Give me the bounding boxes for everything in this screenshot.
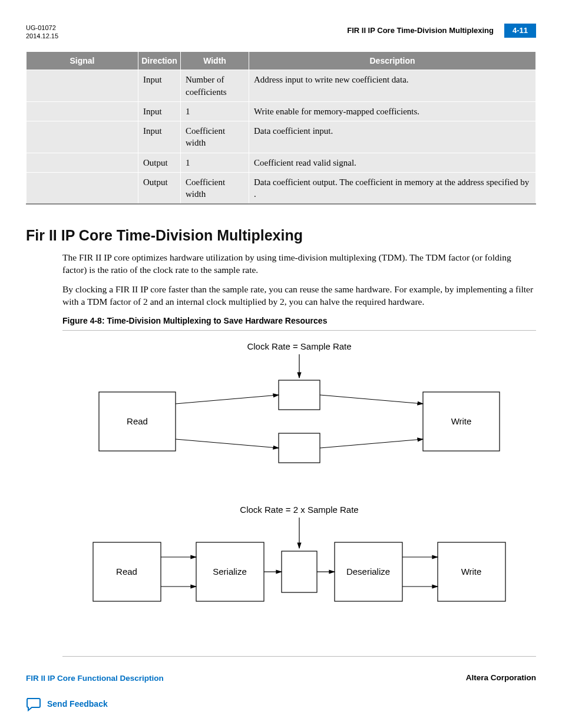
paragraph: By clocking a FIR II IP core faster than… xyxy=(62,284,536,308)
page-footer: FIR II IP Core Functional Description Al… xyxy=(26,672,536,684)
label-read: Read xyxy=(127,416,148,426)
cell-signal xyxy=(27,70,138,102)
cell-desc: Address input to write new coefficient d… xyxy=(249,70,536,102)
svg-line-5 xyxy=(176,395,279,404)
cell-signal xyxy=(27,121,138,153)
svg-rect-3 xyxy=(279,380,320,410)
feedback-icon xyxy=(26,697,41,711)
col-direction: Direction xyxy=(138,51,181,70)
doc-date: 2014.12.15 xyxy=(26,32,58,40)
tdm-diagram: Clock Rate = Sample Rate Read Write Cloc… xyxy=(75,339,523,645)
signal-table: Signal Direction Width Description Input… xyxy=(26,51,536,205)
cell-width: 1 xyxy=(181,101,249,121)
label-clock-sample: Clock Rate = Sample Rate xyxy=(247,341,351,351)
svg-line-8 xyxy=(320,439,423,448)
label-write-2: Write xyxy=(461,566,482,577)
paragraph: The FIR II IP core optimizes hardware ut… xyxy=(62,252,536,276)
running-title: FIR II IP Core Time-Division Multiplexin… xyxy=(347,25,494,36)
cell-width: Coefficient width xyxy=(181,172,249,204)
section-heading: Fir II IP Core Time-Division Multiplexin… xyxy=(26,226,536,246)
table-row: Input Number of coefficients Address inp… xyxy=(27,70,536,102)
table-row: Output 1 Coefficient read valid signal. xyxy=(27,153,536,172)
cell-signal xyxy=(27,172,138,204)
label-read-2: Read xyxy=(116,566,137,577)
cell-desc: Write enable for memory-mapped coefficie… xyxy=(249,101,536,121)
col-description: Description xyxy=(249,51,536,70)
cell-desc: Data coefficient output. The coefficient… xyxy=(249,172,536,204)
cell-signal xyxy=(27,101,138,121)
cell-direction: Output xyxy=(138,153,181,172)
svg-line-7 xyxy=(320,395,423,404)
doc-meta: UG-01072 2014.12.15 xyxy=(26,24,58,41)
footer-company: Altera Corporation xyxy=(466,673,536,683)
label-deserialize: Deserialize xyxy=(346,566,390,577)
cell-direction: Input xyxy=(138,121,181,153)
cell-direction: Output xyxy=(138,172,181,204)
label-serialize: Serialize xyxy=(213,566,247,577)
svg-rect-12 xyxy=(282,551,317,592)
cell-width: 1 xyxy=(181,153,249,172)
svg-rect-4 xyxy=(279,433,320,463)
table-row: Output Coefficient width Data coefficien… xyxy=(27,172,536,204)
footer-left: FIR II IP Core Functional Description xyxy=(26,672,164,684)
cell-direction: Input xyxy=(138,101,181,121)
page-header: UG-01072 2014.12.15 FIR II IP Core Time-… xyxy=(26,24,536,41)
col-signal: Signal xyxy=(27,51,138,70)
page-number-badge: 4-11 xyxy=(504,24,536,38)
col-width: Width xyxy=(181,51,249,70)
cell-signal xyxy=(27,153,138,172)
section-body: The FIR II IP core optimizes hardware ut… xyxy=(62,252,536,308)
figure-caption: Figure 4-8: Time-Division Multiplexing t… xyxy=(62,315,536,331)
table-header-row: Signal Direction Width Description xyxy=(27,51,536,70)
cell-desc: Coefficient read valid signal. xyxy=(249,153,536,172)
cell-direction: Input xyxy=(138,70,181,102)
label-write: Write xyxy=(451,416,472,426)
chapter-link[interactable]: FIR II IP Core Functional Description xyxy=(26,674,164,683)
header-right: FIR II IP Core Time-Division Multiplexin… xyxy=(347,24,536,38)
label-clock-2x: Clock Rate = 2 x Sample Rate xyxy=(240,505,358,515)
cell-desc: Data coefficient input. xyxy=(249,121,536,153)
cell-width: Coefficient width xyxy=(181,121,249,153)
send-feedback-link[interactable]: Send Feedback xyxy=(47,699,108,710)
figure-4-8: Clock Rate = Sample Rate Read Write Cloc… xyxy=(62,339,536,657)
table-row: Input 1 Write enable for memory-mapped c… xyxy=(27,101,536,121)
table-row: Input Coefficient width Data coefficient… xyxy=(27,121,536,153)
cell-width: Number of coefficients xyxy=(181,70,249,102)
feedback-row: Send Feedback xyxy=(26,697,536,711)
svg-line-6 xyxy=(176,439,279,448)
doc-id: UG-01072 xyxy=(26,24,58,32)
